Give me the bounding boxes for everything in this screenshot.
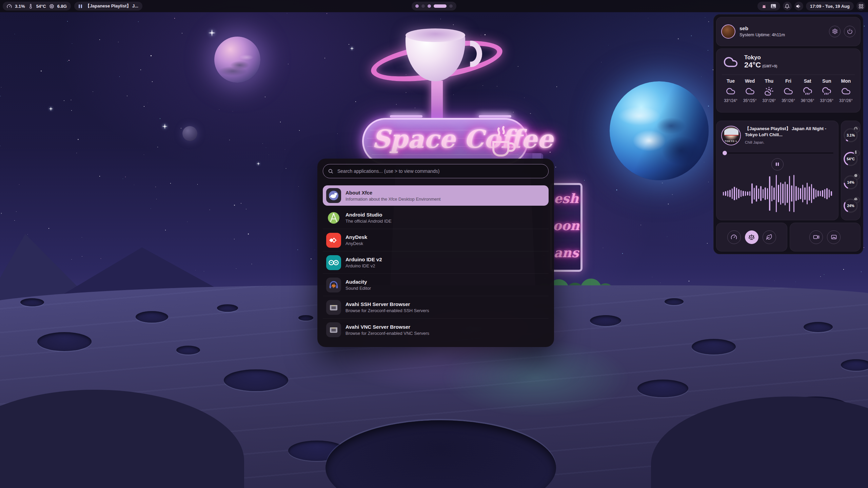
cpu-usage: 3.1% bbox=[15, 4, 25, 9]
space-coffee-neon-sign: Space Coffee bbox=[362, 118, 528, 165]
app-launcher: About Xfce Information about the Xfce De… bbox=[317, 159, 554, 347]
arduino-icon bbox=[326, 255, 341, 270]
now-playing-label: 【Japanese Playlist】 J... bbox=[85, 3, 138, 9]
user-card: seb System Uptime: 4h11m bbox=[716, 17, 861, 46]
workspace-dot-2[interactable] bbox=[421, 4, 425, 8]
disk-icon bbox=[854, 197, 857, 201]
seek-knob[interactable] bbox=[723, 151, 727, 155]
system-gauges-card: 3.1% 54°C 14% 24% bbox=[841, 121, 861, 221]
partly-sunny-icon bbox=[764, 86, 774, 96]
sign-light bbox=[390, 115, 422, 118]
track-artist: Chill Japan. bbox=[745, 140, 833, 144]
app-row-arduino[interactable]: Arduino IDE v2 Arduino IDE v2 bbox=[323, 251, 549, 274]
weather-timezone: (GMT+9) bbox=[762, 64, 777, 68]
network-port-icon bbox=[326, 322, 341, 337]
uptime-text: System Uptime: 4h11m bbox=[739, 32, 785, 37]
app-description: Browse for Zeroconf-enabled VNC Servers bbox=[346, 330, 429, 336]
screen-record-button[interactable] bbox=[809, 230, 823, 244]
weather-temp: 24°C bbox=[744, 61, 761, 69]
tray-image-icon bbox=[771, 4, 776, 8]
power-button[interactable] bbox=[844, 26, 855, 37]
app-description: Information about the Xfce Desktop Envir… bbox=[346, 196, 440, 202]
app-name: Avahi VNC Server Browser bbox=[346, 324, 429, 330]
cloud-icon bbox=[784, 86, 793, 96]
earth-planet bbox=[610, 81, 709, 180]
avatar[interactable] bbox=[721, 24, 735, 39]
tray-cat-icon bbox=[762, 4, 767, 9]
system-stats-pill[interactable]: 3.1% 54°C 6.8G bbox=[3, 2, 71, 11]
performance-mode-button[interactable] bbox=[727, 230, 741, 244]
cpu-gauge: 3.1% bbox=[843, 127, 859, 143]
thermometer-icon bbox=[854, 150, 857, 154]
divider bbox=[722, 75, 855, 75]
grid-icon bbox=[859, 4, 864, 9]
app-row-audacity[interactable]: Audacity Sound Editor bbox=[323, 274, 549, 296]
search-input[interactable] bbox=[323, 164, 549, 178]
star-sparkle bbox=[211, 29, 213, 37]
volume-button[interactable] bbox=[794, 2, 803, 11]
memory-gauge: 14% bbox=[843, 175, 859, 190]
workspace-switcher bbox=[412, 2, 456, 11]
app-row-android-studio[interactable]: Android Studio The official Android IDE bbox=[323, 207, 549, 229]
audio-visualizer bbox=[721, 172, 833, 216]
thermometer-icon bbox=[28, 4, 33, 9]
weather-card: Tokyo 24°C(GMT+9) Tue 33°/24° Wed bbox=[716, 48, 861, 113]
app-description: Sound Editor bbox=[346, 285, 371, 291]
xfce-mouse-icon bbox=[326, 188, 341, 203]
teal-ground-glow bbox=[441, 339, 631, 417]
wallpaper-button[interactable] bbox=[827, 230, 841, 244]
seek-bar[interactable] bbox=[721, 151, 833, 155]
forecast-day: Wed 35°/25° bbox=[741, 78, 759, 103]
small-moon bbox=[182, 126, 197, 141]
app-description: Browse for Zeroconf-enabled SSH Servers bbox=[346, 308, 429, 313]
speaker-icon bbox=[796, 4, 801, 9]
disk-gauge: 24% bbox=[843, 198, 859, 214]
app-name: About Xfce bbox=[346, 189, 440, 196]
workspace-dot-1[interactable] bbox=[415, 4, 419, 8]
powersave-mode-button[interactable] bbox=[763, 230, 776, 244]
purple-planet bbox=[214, 37, 260, 83]
tools-buttons-card bbox=[790, 223, 861, 251]
workspace-dot-4[interactable] bbox=[434, 4, 447, 8]
cloud-icon bbox=[726, 86, 735, 96]
forecast-day: Mon 33°/26° bbox=[837, 78, 855, 103]
neon-cup-icon bbox=[489, 126, 518, 160]
app-row-about-xfce[interactable]: About Xfce Information about the Xfce De… bbox=[323, 185, 549, 206]
app-row-avahi-ssh[interactable]: Avahi SSH Server Browser Browse for Zero… bbox=[323, 296, 549, 319]
clock[interactable]: 17:09 - Tue, 19 Aug bbox=[806, 2, 854, 11]
cpu-temp: 54°C bbox=[36, 4, 46, 9]
app-name: Audacity bbox=[346, 279, 371, 285]
star-sparkle bbox=[352, 46, 352, 50]
forecast-day: Fri 35°/26° bbox=[780, 78, 797, 103]
neon-window-text: ans bbox=[552, 239, 580, 266]
gear-icon bbox=[832, 28, 838, 34]
cloud-icon bbox=[745, 86, 755, 96]
power-icon bbox=[847, 28, 853, 34]
balanced-mode-button[interactable] bbox=[745, 230, 758, 244]
mode-buttons-card bbox=[716, 223, 787, 251]
bell-icon bbox=[785, 4, 790, 9]
play-pause-button[interactable] bbox=[771, 158, 784, 170]
system-tray[interactable] bbox=[757, 2, 780, 11]
app-name: Avahi SSH Server Browser bbox=[346, 301, 429, 307]
pause-icon bbox=[78, 4, 82, 8]
forecast-day: Tue 33°/24° bbox=[722, 78, 739, 103]
notifications-button[interactable] bbox=[783, 2, 792, 11]
scales-icon bbox=[748, 234, 755, 240]
username: seb bbox=[739, 25, 785, 31]
workspace-dot-5[interactable] bbox=[449, 4, 453, 8]
chip-icon bbox=[49, 4, 54, 9]
app-name: Android Studio bbox=[346, 211, 392, 218]
star-sparkle bbox=[258, 162, 259, 166]
app-grid-button[interactable] bbox=[856, 2, 865, 11]
leaf-icon bbox=[766, 234, 772, 240]
cup-pedestal bbox=[431, 81, 443, 120]
forecast-row: Tue 33°/24° Wed 35°/25° Thu bbox=[722, 78, 855, 103]
app-description: The official Android IDE bbox=[346, 218, 392, 224]
now-playing-pill[interactable]: 【Japanese Playlist】 J... bbox=[74, 2, 142, 11]
app-results-list: About Xfce Information about the Xfce De… bbox=[323, 185, 549, 341]
app-row-anydesk[interactable]: AnyDesk AnyDesk bbox=[323, 229, 549, 251]
workspace-dot-3[interactable] bbox=[428, 4, 431, 8]
settings-button[interactable] bbox=[829, 26, 841, 37]
app-row-avahi-vnc[interactable]: Avahi VNC Server Browser Browse for Zero… bbox=[323, 319, 549, 341]
